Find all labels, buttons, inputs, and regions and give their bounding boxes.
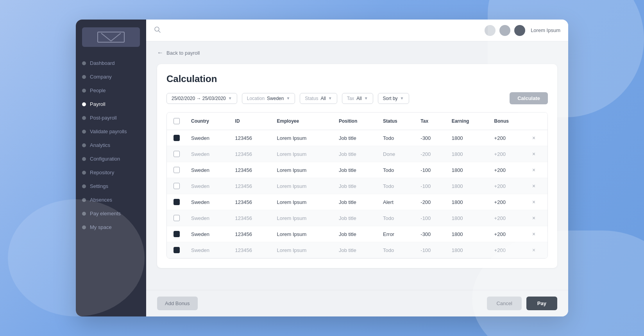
cell-employee-0: Lorem Ipsum	[272, 130, 334, 146]
th-status: Status	[378, 113, 416, 130]
sidebar-item-company[interactable]: Company	[76, 70, 146, 84]
th-country: Country	[186, 113, 231, 130]
sidebar-item-post-payroll[interactable]: Post-payroll	[76, 111, 146, 125]
row-checkbox-1[interactable]	[174, 151, 180, 157]
sort-arrow-icon: ▼	[400, 96, 404, 100]
cell-bonus-2: +200	[490, 162, 528, 178]
table-row: Sweden123456Lorem IpsumJob titleTodo-100…	[167, 162, 547, 178]
row-checkbox-4[interactable]	[174, 199, 180, 205]
sidebar-item-settings[interactable]: Settings	[76, 179, 146, 193]
sidebar-label-post-payroll: Post-payroll	[90, 115, 117, 121]
add-bonus-button[interactable]: Add Bonus	[157, 297, 198, 310]
cell-status-3: Todo	[378, 178, 416, 194]
cell-earning-4: 1800	[447, 194, 490, 210]
table-scroll[interactable]: Country ID Employee Position Status Tax …	[167, 113, 547, 258]
cell-earning-3: 1800	[447, 178, 490, 194]
cell-bonus-1: +200	[490, 146, 528, 162]
sidebar-label-analytics: Analytics	[90, 142, 110, 148]
table-row: Sweden123456Lorem IpsumJob titleTodo-100…	[167, 242, 547, 258]
sidebar-item-configuration[interactable]: Configuration	[76, 152, 146, 166]
sidebar-item-payroll[interactable]: Payroll	[76, 97, 146, 111]
date-range-arrow-icon: ▼	[228, 96, 232, 100]
cell-bonus-5: +200	[490, 210, 528, 226]
sidebar-item-repository[interactable]: Repository	[76, 166, 146, 179]
table-row: Sweden123456Lorem IpsumJob titleAlert-20…	[167, 194, 547, 210]
cell-tax-1: -200	[416, 146, 447, 162]
row-checkbox-5[interactable]	[174, 215, 180, 221]
th-employee: Employee	[272, 113, 334, 130]
logo-image	[97, 32, 125, 43]
sidebar-item-validate-payrolls[interactable]: Validate payrolls	[76, 125, 146, 138]
table-row: Sweden123456Lorem IpsumJob titleError-30…	[167, 226, 547, 242]
row-checkbox-2[interactable]	[174, 167, 180, 173]
filter-bar: 25/02/2020 → 25/03/2020 ▼ Location Swede…	[166, 92, 548, 104]
cell-country-6: Sweden	[186, 226, 231, 242]
cell-earning-2: 1800	[447, 162, 490, 178]
row-checkbox-7[interactable]	[174, 247, 180, 253]
cell-status-5: Todo	[378, 210, 416, 226]
table-header-row: Country ID Employee Position Status Tax …	[167, 113, 547, 130]
row-checkbox-0[interactable]	[174, 135, 180, 141]
row-delete-1[interactable]: ×	[532, 151, 535, 157]
date-range-filter[interactable]: 25/02/2020 → 25/03/2020 ▼	[166, 93, 237, 104]
cell-earning-0: 1800	[447, 130, 490, 146]
header-checkbox[interactable]	[174, 118, 180, 124]
location-arrow-icon: ▼	[286, 96, 290, 100]
cell-tax-3: -100	[416, 178, 447, 194]
sort-filter[interactable]: Sort by ▼	[378, 93, 409, 104]
sort-label: Sort by	[383, 96, 398, 101]
row-delete-3[interactable]: ×	[532, 183, 535, 189]
sidebar-item-dashboard[interactable]: Dashboard	[76, 56, 146, 70]
cell-tax-2: -100	[416, 162, 447, 178]
location-filter[interactable]: Location Sweden ▼	[242, 93, 295, 104]
cell-tax-6: -300	[416, 226, 447, 242]
svg-line-4	[159, 30, 161, 32]
row-delete-5[interactable]: ×	[532, 215, 535, 221]
th-checkbox[interactable]	[167, 113, 186, 130]
table-row: Sweden123456Lorem IpsumJob titleDone-200…	[167, 146, 547, 162]
cell-employee-2: Lorem Ipsum	[272, 162, 334, 178]
tax-filter[interactable]: Tax All ▼	[342, 93, 373, 104]
row-checkbox-3[interactable]	[174, 183, 180, 189]
status-filter[interactable]: Status All ▼	[300, 93, 337, 104]
tax-label: Tax	[347, 96, 354, 101]
cell-employee-5: Lorem Ipsum	[272, 210, 334, 226]
cell-id-4: 123456	[231, 194, 272, 210]
table-row: Sweden123456Lorem IpsumJob titleTodo-300…	[167, 130, 547, 146]
date-range-value: 25/02/2020 → 25/03/2020	[172, 96, 226, 101]
row-delete-2[interactable]: ×	[532, 167, 535, 173]
status-value: All	[320, 96, 326, 101]
th-earning: Earning	[447, 113, 490, 130]
data-table: Country ID Employee Position Status Tax …	[166, 112, 548, 259]
tax-arrow-icon: ▼	[364, 96, 368, 100]
cell-country-5: Sweden	[186, 210, 231, 226]
cell-position-5: Job title	[334, 210, 378, 226]
cell-id-7: 123456	[231, 242, 272, 258]
cell-id-1: 123456	[231, 146, 272, 162]
status-label: Status	[305, 96, 318, 101]
sidebar-item-analytics[interactable]: Analytics	[76, 138, 146, 152]
table-row: Sweden123456Lorem IpsumJob titleTodo-100…	[167, 210, 547, 226]
cell-position-2: Job title	[334, 162, 378, 178]
row-checkbox-6[interactable]	[174, 231, 180, 237]
cell-id-6: 123456	[231, 226, 272, 242]
cell-country-0: Sweden	[186, 130, 231, 146]
svg-line-1	[101, 33, 111, 41]
cell-status-1: Done	[378, 146, 416, 162]
cell-employee-4: Lorem Ipsum	[272, 194, 334, 210]
sidebar-label-payroll: Payroll	[90, 101, 106, 107]
cell-status-2: Todo	[378, 162, 416, 178]
row-delete-0[interactable]: ×	[532, 135, 535, 141]
row-delete-4[interactable]: ×	[532, 199, 535, 205]
cell-employee-6: Lorem Ipsum	[272, 226, 334, 242]
cell-id-3: 123456	[231, 178, 272, 194]
sidebar-item-people[interactable]: People	[76, 84, 146, 97]
sidebar-label-people: People	[90, 88, 106, 93]
cell-id-2: 123456	[231, 162, 272, 178]
cell-tax-4: -200	[416, 194, 447, 210]
cell-status-0: Todo	[378, 130, 416, 146]
cell-status-7: Todo	[378, 242, 416, 258]
cell-employee-3: Lorem Ipsum	[272, 178, 334, 194]
cell-position-1: Job title	[334, 146, 378, 162]
search-icon[interactable]	[154, 26, 161, 35]
